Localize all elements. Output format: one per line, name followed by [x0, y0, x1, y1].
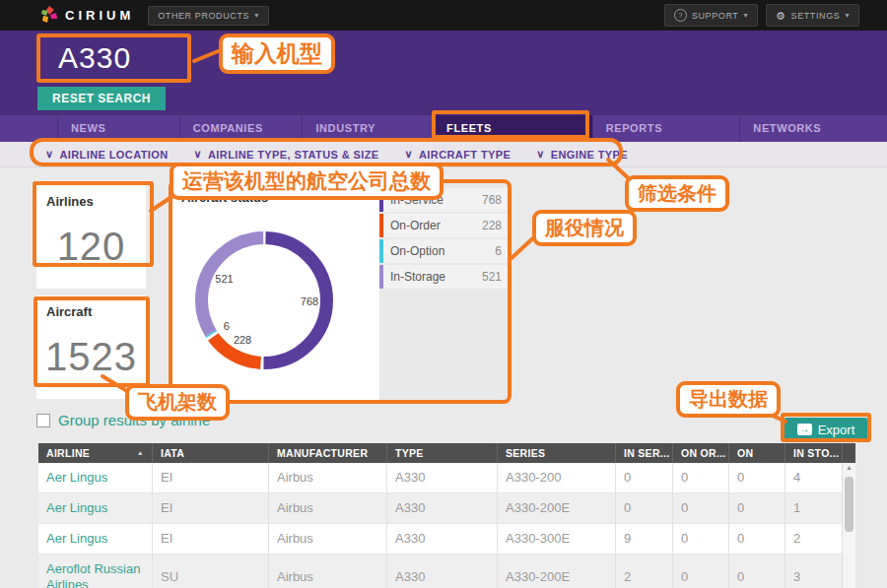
sort-asc-icon: ▲	[137, 443, 144, 463]
airline-link[interactable]: Aer Lingus	[38, 493, 153, 523]
column-header-on-option[interactable]: ON OPT...	[729, 443, 785, 463]
scroll-up-icon: ▲	[843, 464, 855, 471]
top-bar: CIRIUM OTHER PRODUCTS ▾ ? SUPPORT ▾ ⚙ SE…	[0, 0, 887, 31]
table-body: Aer LingusEIAirbusA330A330-2000004Aer Li…	[38, 463, 855, 588]
tab-reports[interactable]: REPORTS	[592, 115, 740, 142]
table-cell: 0	[673, 524, 729, 554]
table-row: Aeroflot Russian AirlinesSUAirbusA330A33…	[38, 555, 855, 588]
filter-label: AIRLINE TYPE, STATUS & SIZE	[208, 149, 379, 161]
chevron-down-icon: ∨	[45, 148, 53, 161]
question-circle-icon: ?	[674, 9, 687, 22]
filter-airline-type-status-size[interactable]: ∨ AIRLINE TYPE, STATUS & SIZE	[194, 148, 379, 161]
table-cell: 2	[616, 555, 673, 588]
donut-legend: In-Service 768 On-Order 228 On-Option 6 …	[379, 182, 510, 404]
chevron-down-icon: ∨	[194, 148, 202, 161]
filter-aircraft-type[interactable]: ∨ AIRCRAFT TYPE	[405, 148, 512, 161]
legend-value: 768	[482, 193, 502, 207]
tab-industry-updates[interactable]: INDUSTRY UPDATES	[302, 115, 433, 142]
column-header-airline[interactable]: AIRLINE ▲	[38, 443, 153, 463]
column-header-manufacturer[interactable]: MANUFACTURER	[269, 443, 387, 463]
other-products-button[interactable]: OTHER PRODUCTS ▾	[148, 6, 269, 26]
table-row: Aer LingusEIAirbusA330A330-200E0001	[38, 493, 855, 524]
cirium-logo[interactable]: CIRIUM	[39, 6, 134, 26]
legend-item-in-storage: In-Storage 521	[379, 265, 508, 289]
column-header-type[interactable]: TYPE	[387, 443, 498, 463]
callout-service-status: 服役情况	[532, 210, 637, 246]
table-cell: 0	[729, 463, 785, 492]
column-header-iata[interactable]: IATA	[153, 443, 269, 463]
airlines-summary-card: Airlines 120	[36, 185, 146, 289]
airlines-card-title: Airlines	[36, 185, 146, 209]
table-cell: 9	[616, 524, 673, 554]
main-content: Airlines 120 Aircraft 1523 Aircraft stat…	[0, 167, 887, 588]
table-cell: 4	[785, 463, 843, 492]
settings-button[interactable]: ⚙ SETTINGS ▾	[766, 4, 859, 27]
table-cell: A330	[387, 463, 498, 492]
callout-input-type: 输入机型	[219, 33, 335, 74]
column-header-in-service[interactable]: IN SER...	[616, 443, 673, 463]
filter-label: ENGINE TYPE	[551, 149, 628, 161]
table-cell: 3	[785, 555, 843, 588]
column-header-on-order[interactable]: ON OR...	[673, 443, 729, 463]
table-cell: 1	[785, 493, 843, 523]
airline-link[interactable]: Aer Lingus	[38, 524, 153, 554]
aircraft-summary-card: Aircraft 1523	[36, 295, 146, 399]
fleet-results-table: AIRLINE ▲ IATA MANUFACTURER TYPE SERIES …	[38, 443, 855, 588]
legend-item-on-option: On-Option 6	[379, 239, 508, 263]
tab-networks[interactable]: NETWORKS	[739, 115, 887, 142]
donut-value-label: 228	[234, 334, 251, 346]
caret-down-icon: ▾	[254, 11, 259, 20]
donut-value-label: 768	[301, 295, 318, 307]
table-header-row: AIRLINE ▲ IATA MANUFACTURER TYPE SERIES …	[38, 443, 855, 463]
table-cell: EI	[153, 493, 269, 523]
export-arrow-icon: →	[797, 424, 812, 435]
callout-filter-conditions: 筛选条件	[625, 175, 729, 212]
legend-color-swatch	[379, 265, 383, 289]
table-scrollbar[interactable]: ▲	[842, 463, 855, 588]
filter-label: AIRLINE LOCATION	[59, 149, 168, 161]
table-cell: A330-200E	[498, 493, 616, 523]
table-cell: Airbus	[269, 555, 387, 588]
tab-fleets[interactable]: FLEETS	[433, 115, 592, 142]
legend-color-swatch	[379, 239, 383, 263]
tab-companies[interactable]: COMPANIES	[179, 115, 303, 142]
filter-airline-location[interactable]: ∨ AIRLINE LOCATION	[45, 148, 169, 161]
filter-label: AIRCRAFT TYPE	[419, 149, 511, 161]
filter-engine-type[interactable]: ∨ ENGINE TYPE	[536, 148, 628, 161]
settings-label: SETTINGS	[791, 11, 841, 21]
cirium-fleets-page: CIRIUM OTHER PRODUCTS ▾ ? SUPPORT ▾ ⚙ SE…	[0, 0, 887, 588]
table-cell: SU	[153, 555, 269, 588]
legend-color-swatch	[379, 214, 383, 237]
airline-link[interactable]: Aer Lingus	[38, 463, 153, 492]
column-header-series[interactable]: SERIES	[498, 443, 616, 463]
table-cell: Airbus	[269, 524, 387, 554]
table-cell: 0	[616, 463, 673, 492]
filter-bar: ∨ AIRLINE LOCATION ∨ AIRLINE TYPE, STATU…	[0, 142, 887, 167]
group-by-airline-checkbox[interactable]	[36, 414, 50, 427]
legend-value: 521	[482, 270, 502, 284]
table-cell: A330-200	[498, 463, 616, 492]
support-label: SUPPORT	[692, 11, 739, 21]
tab-news[interactable]: NEWS	[57, 115, 179, 142]
chevron-down-icon: ∨	[536, 148, 544, 161]
main-nav: NEWS COMPANIES INDUSTRY UPDATES FLEETS R…	[0, 115, 887, 142]
airline-link[interactable]: Aeroflot Russian Airlines	[38, 555, 153, 588]
scrollbar-thumb[interactable]	[845, 477, 853, 532]
support-button[interactable]: ? SUPPORT ▾	[664, 4, 758, 27]
search-input[interactable]: A330	[58, 41, 131, 75]
table-cell: 0	[673, 463, 729, 492]
table-cell: A330-300E	[498, 524, 616, 554]
table-cell: 0	[673, 493, 729, 523]
reset-search-button[interactable]: RESET SEARCH	[37, 87, 166, 110]
table-cell: 0	[729, 493, 785, 523]
table-cell: A330	[387, 493, 498, 523]
gear-icon: ⚙	[776, 11, 785, 21]
aircraft-status-donut-chart	[180, 217, 348, 384]
export-button[interactable]: → Export	[785, 418, 867, 441]
table-cell: A330	[387, 555, 498, 588]
other-products-label: OTHER PRODUCTS	[158, 11, 249, 21]
table-cell: A330	[387, 524, 498, 554]
callout-export-data: 导出数据	[676, 381, 781, 418]
column-header-in-storage[interactable]: IN STO...	[785, 443, 843, 463]
donut-value-label: 521	[215, 273, 233, 285]
